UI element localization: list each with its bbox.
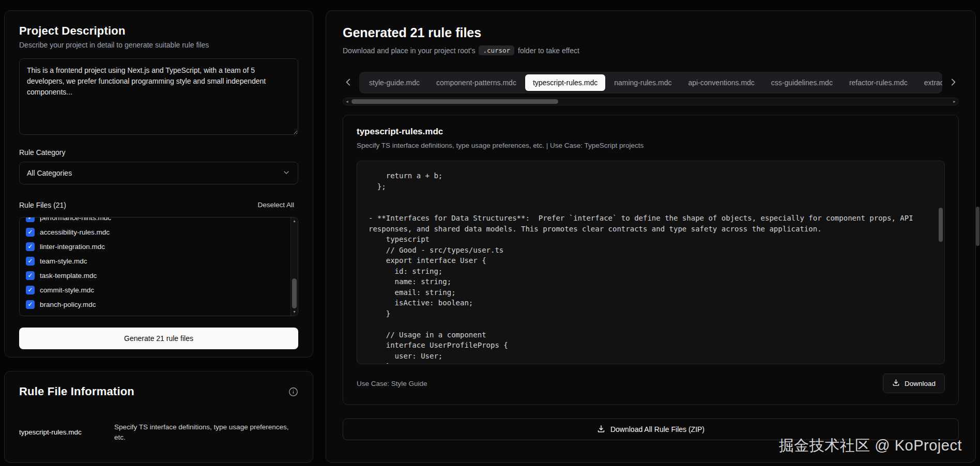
project-description-input[interactable]: This is a frontend project using Next.js… — [19, 58, 298, 135]
rule-files-count-label: Rule Files (21) — [19, 201, 66, 209]
checkbox-checked-icon[interactable]: ✓ — [26, 228, 35, 237]
tab-refactor-rules-mdc[interactable]: refactor-rules.mdc — [841, 74, 915, 91]
deselect-all-button[interactable]: Deselect All — [253, 198, 298, 212]
generated-files-subtitle: Download and place in your project root'… — [343, 45, 959, 55]
rule-file-list: ✓performance-hints.mdc✓accessibility-rul… — [19, 217, 298, 316]
checkbox-checked-icon[interactable]: ✓ — [26, 217, 35, 222]
use-case-label: Use Case: Style Guide — [357, 380, 427, 387]
info-rows: typescript-rules.mdcSpecify TS interface… — [19, 414, 298, 442]
code-block[interactable]: return a + b; }; - **Interfaces for Data… — [357, 161, 945, 364]
project-description-card: Project Description Describe your projec… — [4, 10, 313, 358]
tab-typescript-rules-mdc[interactable]: typescript-rules.mdc — [525, 74, 605, 91]
code-content: return a + b; }; - **Interfaces for Data… — [369, 170, 933, 364]
tab-naming-rules-mdc[interactable]: naming-rules.mdc — [606, 74, 679, 91]
chevron-right-icon — [948, 77, 958, 88]
checkbox-checked-icon[interactable]: ✓ — [26, 242, 35, 251]
download-button-label: Download — [905, 380, 936, 387]
rule-list-scrollbar[interactable]: ▲ ▼ — [290, 218, 298, 316]
tab-component-patterns-mdc[interactable]: component-patterns.mdc — [428, 74, 524, 91]
project-description-title: Project Description — [19, 24, 298, 38]
subtitle-suffix: folder to take effect — [518, 46, 579, 55]
scroll-left-arrow-icon[interactable]: ◄ — [343, 98, 351, 105]
info-icon[interactable] — [288, 387, 298, 397]
chevron-down-icon — [282, 168, 290, 178]
rule-category-label: Rule Category — [19, 148, 298, 157]
scroll-right-arrow-icon[interactable]: ► — [951, 98, 958, 105]
tabs-scrollbar-thumb[interactable] — [351, 99, 558, 104]
rule-file-label: accessibility-rules.mdc — [40, 228, 110, 236]
rule-file-information-card: Rule File Information typescript-rules.m… — [4, 371, 313, 463]
download-all-label: Download All Rule Files (ZIP) — [610, 425, 705, 433]
rule-file-label: performance-hints.mdc — [40, 217, 111, 222]
page-scrollbar-thumb[interactable] — [976, 207, 979, 246]
checkbox-checked-icon[interactable]: ✓ — [26, 271, 35, 280]
rule-list-scrollbar-thumb[interactable] — [292, 278, 297, 308]
rule-file-item[interactable]: ✓linter-integration.mdc — [26, 239, 298, 254]
right-column: Generated 21 rule files Download and pla… — [326, 10, 976, 463]
info-file-description: Specify TS interface definitions, type u… — [114, 422, 298, 442]
rule-file-item[interactable]: ✓team-style.mdc — [26, 254, 298, 268]
rule-category-select[interactable]: All Categories — [19, 162, 298, 184]
preview-footer: Use Case: Style Guide Download — [357, 374, 945, 393]
code-scrollbar-thumb[interactable] — [939, 208, 943, 242]
rule-file-label: team-style.mdc — [40, 257, 87, 265]
rule-file-information-title: Rule File Information — [19, 385, 134, 398]
subtitle-prefix: Download and place in your project root'… — [343, 46, 475, 55]
generated-files-card: Generated 21 rule files Download and pla… — [326, 10, 976, 463]
rule-file-information-header: Rule File Information — [19, 385, 298, 398]
download-all-button[interactable]: Download All Rule Files (ZIP) — [343, 418, 959, 440]
tab-extract-patterns-mdc[interactable]: extract-patterns.mdc — [916, 74, 942, 91]
tab-api-conventions-mdc[interactable]: api-conventions.mdc — [680, 74, 762, 91]
rule-file-label: linter-integration.mdc — [40, 243, 105, 251]
tab-style-guide-mdc[interactable]: style-guide.mdc — [361, 74, 427, 91]
rule-file-list-items: ✓performance-hints.mdc✓accessibility-rul… — [20, 217, 298, 312]
project-description-subtitle: Describe your project in detail to gener… — [19, 41, 298, 49]
tab-strip: style-guide.mdccomponent-patterns.mdctyp… — [359, 72, 942, 94]
preview-file-description: Specify TS interface definitions, type u… — [357, 142, 945, 149]
download-icon — [597, 425, 605, 434]
rule-file-label: task-template.mdc — [40, 272, 97, 279]
rule-file-item[interactable]: ✓task-template.mdc — [26, 268, 298, 283]
scroll-down-arrow-icon[interactable]: ▼ — [291, 308, 298, 316]
checkbox-checked-icon[interactable]: ✓ — [26, 286, 35, 294]
download-button[interactable]: Download — [883, 374, 945, 393]
checkbox-checked-icon[interactable]: ✓ — [26, 300, 35, 309]
rule-file-item[interactable]: ✓accessibility-rules.mdc — [26, 225, 298, 239]
tabs-horizontal-scrollbar[interactable]: ◄ ► — [343, 98, 959, 105]
generate-button[interactable]: Generate 21 rule files — [19, 328, 298, 349]
tabs-scroll-left-button[interactable] — [343, 76, 354, 89]
checkbox-checked-icon[interactable]: ✓ — [26, 257, 35, 266]
rule-file-label: branch-policy.mdc — [40, 301, 96, 308]
info-file-name: typescript-rules.mdc — [19, 428, 102, 436]
app-root: Project Description Describe your projec… — [0, 0, 980, 466]
chevron-left-icon — [344, 77, 353, 88]
left-column: Project Description Describe your projec… — [4, 10, 313, 463]
rule-file-label: commit-style.mdc — [40, 286, 94, 294]
generated-files-title: Generated 21 rule files — [343, 25, 959, 40]
file-tabs-row: style-guide.mdccomponent-patterns.mdctyp… — [343, 72, 959, 94]
rule-file-item[interactable]: ✓branch-policy.mdc — [26, 297, 298, 312]
preview-file-name: typescript-rules.mdc — [357, 127, 945, 137]
rule-file-item[interactable]: ✓commit-style.mdc — [26, 283, 298, 297]
info-row: typescript-rules.mdcSpecify TS interface… — [19, 414, 298, 442]
rule-files-header: Rule Files (21) Deselect All — [19, 198, 298, 212]
tab-css-guidelines-mdc[interactable]: css-guidelines.mdc — [763, 74, 840, 91]
file-preview-panel: typescript-rules.mdc Specify TS interfac… — [343, 115, 959, 405]
cursor-folder-chip: .cursor — [479, 45, 514, 55]
rule-file-item[interactable]: ✓performance-hints.mdc — [26, 217, 298, 225]
rule-category-selected-value: All Categories — [27, 169, 72, 177]
scroll-up-arrow-icon[interactable]: ▲ — [291, 218, 298, 225]
download-icon — [892, 379, 900, 388]
tabs-scroll-right-button[interactable] — [947, 76, 959, 89]
